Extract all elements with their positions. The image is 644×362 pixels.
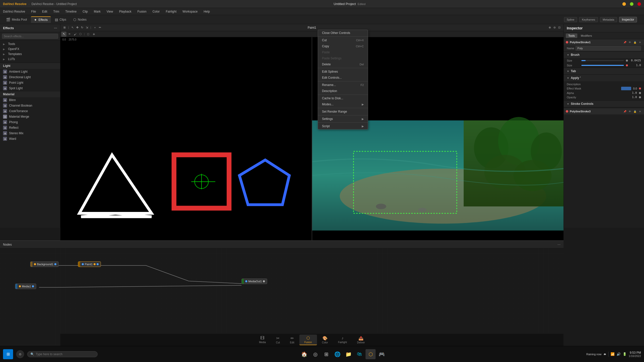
poly1-pin-btn[interactable]: 📌	[623, 40, 627, 44]
nav-media[interactable]: 🎞 Media	[254, 335, 271, 345]
menu-timeline[interactable]: Timeline	[64, 9, 77, 14]
maximize-button[interactable]	[630, 2, 633, 6]
taskbar-davinci[interactable]: ⬡	[366, 349, 376, 359]
ctx-cache[interactable]: Cache to Disk...	[318, 95, 368, 101]
nodes-content[interactable]: Background1 Paint1 MediaOut1 Media1	[0, 248, 564, 346]
cooktorrance-item[interactable]: ◉ CookTorrance	[0, 108, 60, 114]
polyline-stroke1-header[interactable]: PolylineStroke1 📌 👁 🔒 ✕	[564, 39, 644, 45]
vt-stamp[interactable]: ◈	[91, 32, 96, 37]
keyframes-button[interactable]: Keyframes	[579, 17, 598, 22]
menu-edit[interactable]: Edit	[41, 9, 48, 14]
effect-mask-color[interactable]	[621, 87, 631, 90]
poly1-visibility-btn[interactable]: 👁	[628, 40, 632, 44]
taskbar-app-extra[interactable]: 🎮	[377, 349, 387, 359]
menu-view[interactable]: View	[106, 9, 114, 14]
menu-file[interactable]: File	[30, 9, 37, 14]
node-mediaout1[interactable]: MediaOut1	[242, 279, 267, 284]
menu-help[interactable]: Help	[203, 9, 211, 14]
nav-fusion[interactable]: ⬡ Fusion	[299, 335, 317, 345]
vt-erase[interactable]: ◻	[86, 32, 91, 37]
menu-fusion[interactable]: Fusion	[136, 9, 147, 14]
taskbar-taskview[interactable]: ⊞	[321, 349, 331, 359]
ctx-copy[interactable]: Copy Ctrl+C	[318, 43, 368, 49]
templates-tree-item[interactable]: ▶ Templates	[0, 52, 60, 57]
taskbar-explorer[interactable]: 📁	[343, 349, 353, 359]
inspector-tab-tools[interactable]: Tools	[566, 33, 577, 38]
taskbar-windows[interactable]: 🏠	[299, 349, 309, 359]
menu-workspace[interactable]: Workspace	[182, 9, 199, 14]
vt-pen[interactable]: ✒	[67, 32, 72, 37]
stereo-mix-item[interactable]: ◉ Stereo Mix	[0, 130, 60, 136]
tb-zoom-out[interactable]: ⊖	[552, 25, 557, 30]
minimize-button[interactable]	[622, 2, 626, 6]
poly3-lock-btn[interactable]: 🔒	[633, 109, 637, 113]
directional-light-item[interactable]: ◉ Directional Light	[0, 74, 60, 80]
tb-rotate[interactable]: ↻	[80, 25, 84, 30]
ctx-rename[interactable]: Rename... F2	[318, 82, 368, 88]
openfx-tree-item[interactable]: ▶ OpenFX	[0, 47, 60, 52]
nav-edit[interactable]: ✏ Edit	[285, 335, 299, 345]
poly3-visibility-btn[interactable]: 👁	[628, 109, 632, 113]
effects-search-input[interactable]	[2, 34, 58, 39]
taskbar-search[interactable]: 🔍	[27, 351, 98, 357]
node-background1[interactable]: Background1	[30, 261, 59, 267]
ctx-edit-splines[interactable]: Edit Splines	[318, 69, 368, 75]
taskbar-store[interactable]: 🛍	[354, 349, 365, 359]
tab-media-pool[interactable]: 🎬 Media Pool	[3, 17, 30, 23]
polyline-stroke3-header[interactable]: PolylineStroke3 📌 👁 🔒 ✕	[564, 108, 644, 114]
menu-trim[interactable]: Trim	[52, 9, 60, 14]
ctx-delete[interactable]: Delete Del	[318, 61, 368, 67]
brush-section-header[interactable]: ▼ Brush	[564, 52, 644, 58]
speaker-icon[interactable]: 🔊	[617, 352, 621, 356]
tb-select[interactable]: ↖	[70, 25, 75, 30]
ctx-description[interactable]: Description	[318, 88, 368, 94]
menu-davinci-resolve[interactable]: DaVinci Resolve	[2, 9, 26, 14]
tb-scale[interactable]: ⇲	[85, 25, 89, 30]
apply-section-header[interactable]: ▼ Apply '	[564, 75, 644, 81]
stroke-section-header[interactable]: ▼ Stroke Controls	[564, 101, 644, 107]
nav-fairlight[interactable]: ♪ Fairlight	[333, 335, 352, 345]
taskbar-search-input[interactable]	[36, 352, 94, 356]
start-button[interactable]: ⊞	[3, 349, 13, 359]
nav-color[interactable]: 🎨 Color	[317, 335, 333, 345]
ctx-settings[interactable]: Settings ▶	[318, 116, 368, 122]
channel-boolean-item[interactable]: ◉ Channel Boolean	[0, 103, 60, 108]
menu-color[interactable]: Color	[151, 9, 161, 14]
ctx-set-render-range[interactable]: Set Render Range	[318, 109, 368, 115]
context-menu[interactable]: Close Other Controls Cut Ctrl+X Copy Ctr…	[318, 30, 368, 129]
metadata-button[interactable]: Metadata	[600, 17, 617, 22]
ward-item[interactable]: ◉ Ward	[0, 136, 60, 142]
tb-zoom-in[interactable]: ⊕	[548, 25, 552, 30]
tb-pen[interactable]: ✏	[98, 25, 102, 30]
effects-search-area[interactable]	[0, 32, 60, 40]
tools-tree-item[interactable]: ▶ Tools	[0, 41, 60, 47]
tab-clips[interactable]: ▤ Clips	[52, 17, 69, 23]
vt-poly[interactable]: ⬡	[78, 32, 83, 37]
ctx-close-other[interactable]: Close Other Controls	[318, 30, 368, 36]
nav-deliver[interactable]: 📤 Deliver	[352, 335, 370, 345]
tb-fit[interactable]: ⊡	[557, 25, 561, 30]
phong-item[interactable]: ◉ Phong	[0, 119, 60, 125]
blinn-item[interactable]: ◉ Blinn	[0, 97, 60, 103]
menu-clip[interactable]: Clip	[82, 9, 89, 14]
viewer-left-menu[interactable]: ⊞	[62, 25, 67, 30]
nav-cut[interactable]: ✂ Cut	[271, 335, 285, 345]
tb-move[interactable]: ✥	[75, 25, 79, 30]
vt-brush[interactable]: 🖌	[72, 32, 77, 37]
clock[interactable]: 9:53 PM 1/16/2022	[629, 351, 641, 357]
taskbar-cortana[interactable]: ◎	[310, 349, 320, 359]
inspector-button[interactable]: Inspector	[619, 17, 637, 22]
poly3-pin-btn[interactable]: 📌	[623, 109, 627, 113]
menu-mark[interactable]: Mark	[93, 9, 102, 14]
ctx-cut[interactable]: Cut Ctrl+X	[318, 37, 368, 43]
inspector-tab-modifiers[interactable]: Modifiers	[578, 33, 595, 38]
tab-effects[interactable]: ✦ Effects	[31, 16, 51, 23]
search-button[interactable]: ⊙	[16, 350, 24, 358]
reflect-item[interactable]: ◉ Reflect	[0, 125, 60, 130]
network-icon[interactable]: 📶	[611, 352, 615, 356]
window-controls[interactable]	[622, 2, 641, 6]
tab-nodes[interactable]: ⬡ Nodes	[70, 17, 90, 23]
poly1-delete-btn[interactable]: ✕	[638, 40, 642, 44]
nodes-options[interactable]: ⋯	[557, 243, 560, 246]
poly3-delete-btn[interactable]: ✕	[638, 109, 642, 113]
